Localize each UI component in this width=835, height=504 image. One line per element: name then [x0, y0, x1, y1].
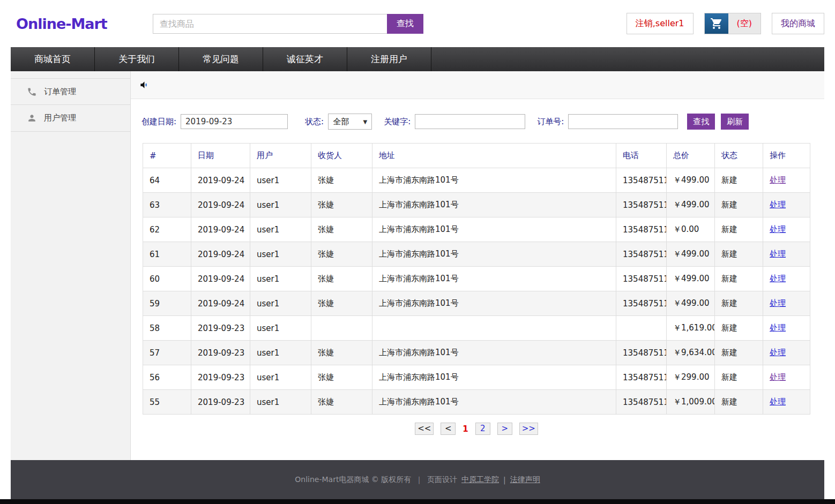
order-phone-cell: 13548751134 [616, 390, 667, 415]
order-action-cell: 处理 [763, 316, 810, 341]
order-total-cell: ￥0.00 [667, 217, 715, 242]
process-link[interactable]: 处理 [770, 372, 786, 382]
order-receiver-cell: 张婕 [311, 168, 372, 193]
col-header-id: # [143, 144, 191, 168]
order-action-cell: 处理 [763, 193, 810, 217]
status-label: 状态: [305, 117, 324, 127]
order-id-cell: 60 [143, 267, 191, 291]
table-row: 602019-09-24user1张婕上海市浦东南路101号1354875113… [143, 267, 810, 291]
process-link[interactable]: 处理 [770, 298, 786, 308]
my-store-button[interactable]: 我的商城 [772, 13, 824, 34]
order-user-cell: user1 [250, 193, 311, 217]
nav-item-faq[interactable]: 常见问题 [179, 47, 263, 71]
cart-icon [705, 13, 728, 34]
order-id-cell: 63 [143, 193, 191, 217]
process-link[interactable]: 处理 [770, 274, 786, 283]
order-status-cell: 新建 [715, 365, 763, 390]
order-status-cell: 新建 [715, 217, 763, 242]
nav-item-register[interactable]: 注册用户 [347, 47, 431, 71]
logout-button[interactable]: 注销,seller1 [627, 13, 694, 34]
order-id-cell: 58 [143, 316, 191, 341]
order-user-cell: user1 [250, 365, 311, 390]
pagination-last-button[interactable]: >> [519, 423, 538, 435]
nav-item-about[interactable]: 关于我们 [95, 47, 179, 71]
col-header-date: 日期 [191, 144, 250, 168]
order-date-cell: 2019-09-24 [191, 267, 250, 291]
order-status-cell: 新建 [715, 267, 763, 291]
order-status-cell: 新建 [715, 341, 763, 365]
pagination-next-button[interactable]: > [497, 423, 512, 435]
order-id-cell: 56 [143, 365, 191, 390]
cart-button[interactable]: (空) [704, 13, 761, 34]
table-row: 572019-09-23user1张婕上海市浦东南路101号1354875113… [143, 341, 810, 365]
nav-item-careers[interactable]: 诚征英才 [263, 47, 347, 71]
order-receiver-cell: 张婕 [311, 267, 372, 291]
order-no-input[interactable] [568, 114, 678, 129]
status-select[interactable]: 全部 ▼ [328, 114, 372, 130]
date-input[interactable] [181, 114, 288, 129]
order-phone-cell: 13548751134 [616, 365, 667, 390]
table-row: 612019-09-24user1张婕上海市浦东南路101号1354875113… [143, 242, 810, 267]
refresh-button[interactable]: 刷新 [721, 114, 749, 130]
speaker-icon [139, 80, 150, 90]
order-address-cell: 上海市浦东南路101号 [372, 267, 616, 291]
footer-design-label: 页面设计 [427, 475, 457, 485]
order-date-cell: 2019-09-24 [191, 242, 250, 267]
process-link[interactable]: 处理 [770, 397, 786, 407]
footer-legal-link[interactable]: 法律声明 [510, 475, 540, 485]
process-link[interactable]: 处理 [770, 323, 786, 333]
process-link[interactable]: 处理 [770, 348, 786, 357]
process-link[interactable]: 处理 [770, 175, 786, 185]
footer-copyright: Online-Mart电器商城 © 版权所有 [295, 475, 411, 485]
footer-design-link[interactable]: 中原工学院 [461, 475, 499, 485]
table-row: 642019-09-24user1张婕上海市浦东南路101号1354875113… [143, 168, 810, 193]
orders-table-wrap: # 日期 用户 收货人 地址 电话 总价 状态 操作 642019-09-24u… [131, 143, 824, 435]
order-total-cell: ￥499.00 [667, 242, 715, 267]
order-user-cell: user1 [250, 242, 311, 267]
pagination-prev-button[interactable]: < [441, 423, 456, 435]
order-status-cell: 新建 [715, 168, 763, 193]
keyword-input[interactable] [415, 114, 525, 129]
order-receiver-cell: 张婕 [311, 217, 372, 242]
order-address-cell: 上海市浦东南路101号 [372, 168, 616, 193]
phone-icon [27, 87, 37, 97]
order-address-cell: 上海市浦东南路101号 [372, 390, 616, 415]
search-input[interactable] [153, 14, 387, 34]
order-status-cell: 新建 [715, 242, 763, 267]
nav-item-home[interactable]: 商城首页 [11, 47, 95, 71]
col-header-phone: 电话 [616, 144, 667, 168]
order-total-cell: ￥1,619.00 [667, 316, 715, 341]
order-id-cell: 61 [143, 242, 191, 267]
order-no-label: 订单号: [537, 117, 564, 127]
pagination-current-page: 1 [463, 424, 468, 434]
filter-search-button[interactable]: 查找 [687, 114, 715, 130]
order-date-cell: 2019-09-24 [191, 168, 250, 193]
chevron-down-icon: ▼ [363, 119, 367, 125]
process-link[interactable]: 处理 [770, 200, 786, 209]
order-action-cell: 处理 [763, 168, 810, 193]
table-row: 562019-09-23user1张婕上海市浦东南路101号1354875113… [143, 365, 810, 390]
sidebar-item-label: 订单管理 [44, 87, 76, 97]
sidebar-item-orders[interactable]: 订单管理 [11, 78, 130, 105]
order-date-cell: 2019-09-24 [191, 193, 250, 217]
pagination-page-2-button[interactable]: 2 [475, 423, 490, 435]
order-phone-cell: 13548751134 [616, 168, 667, 193]
col-header-action: 操作 [763, 144, 810, 168]
order-id-cell: 57 [143, 341, 191, 365]
process-link[interactable]: 处理 [770, 224, 786, 234]
order-receiver-cell: 张婕 [311, 365, 372, 390]
search-button[interactable]: 查找 [387, 14, 423, 34]
main-nav: 商城首页 关于我们 常见问题 诚征英才 注册用户 [11, 47, 824, 71]
col-header-total: 总价 [667, 144, 715, 168]
user-icon [27, 113, 37, 123]
order-phone-cell: 13548751134 [616, 242, 667, 267]
order-total-cell: ￥9,634.00 [667, 341, 715, 365]
order-receiver-cell [311, 316, 372, 341]
order-action-cell: 处理 [763, 390, 810, 415]
footer-separator: ｜ [415, 475, 423, 485]
process-link[interactable]: 处理 [770, 249, 786, 259]
pagination-first-button[interactable]: << [415, 423, 434, 435]
order-phone-cell: 13548751134 [616, 267, 667, 291]
order-total-cell: ￥499.00 [667, 267, 715, 291]
sidebar-item-users[interactable]: 用户管理 [11, 105, 130, 132]
